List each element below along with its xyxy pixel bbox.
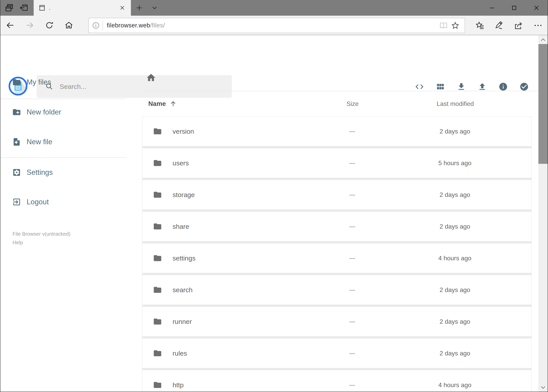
row-modified: 5 hours ago [425, 148, 484, 178]
tab-preview-button[interactable] [3, 0, 15, 16]
browser-window: . [0, 0, 548, 392]
browser-tab[interactable]: . [34, 0, 131, 16]
row-size: — [333, 275, 372, 305]
tab-preview-icon [5, 3, 14, 13]
tab-close-button[interactable] [118, 4, 126, 12]
address-bar-actions [438, 20, 461, 31]
column-header-size[interactable]: Size [333, 99, 372, 109]
sidebar-divider [0, 157, 127, 158]
row-name: version [173, 117, 194, 146]
browser-scrollbar[interactable] [538, 35, 548, 392]
forward-button[interactable] [20, 16, 40, 35]
column-header-modified[interactable]: Last modified [426, 99, 485, 109]
breadcrumb-home-button[interactable] [146, 72, 157, 83]
scroll-down-button[interactable] [538, 383, 548, 391]
row-modified: 2 days ago [425, 180, 484, 210]
reading-view-button[interactable] [438, 20, 449, 31]
file-row[interactable]: version — 2 days ago [142, 116, 532, 146]
file-row[interactable]: runner — 2 days ago [142, 307, 532, 337]
refresh-icon [45, 21, 54, 29]
folder-icon [153, 180, 162, 210]
favorite-star-button[interactable] [449, 20, 461, 31]
row-size: — [333, 244, 372, 273]
file-row[interactable]: storage — 2 days ago [142, 180, 532, 210]
pen-icon [494, 21, 504, 30]
row-name: users [173, 148, 189, 178]
chevron-down-icon [151, 5, 158, 11]
folder-icon [153, 244, 162, 273]
maximize-button[interactable] [503, 0, 525, 16]
scroll-up-button[interactable] [538, 36, 548, 44]
plus-icon [136, 4, 143, 11]
sidebar-item-my-files[interactable]: My files [0, 75, 128, 90]
column-header-name[interactable]: Name [148, 99, 177, 109]
sidebar-divider [0, 99, 127, 99]
address-separator [103, 20, 103, 30]
back-arrow-icon [6, 21, 15, 30]
sidebar-footer: File Browser v(untracked) Help [13, 230, 70, 247]
row-size: — [333, 148, 372, 178]
file-row[interactable]: http — 4 hours ago [142, 370, 532, 392]
row-name: rules [173, 339, 187, 368]
folder-icon [153, 370, 162, 392]
favorites-hub-button[interactable] [474, 20, 486, 31]
home-button[interactable] [59, 16, 79, 35]
row-size: — [333, 370, 372, 392]
new-tab-button[interactable] [133, 0, 145, 16]
file-row[interactable]: users — 5 hours ago [142, 148, 532, 178]
annotate-pen-button[interactable] [493, 20, 505, 31]
sidebar-item-new-folder[interactable]: New folder [0, 105, 128, 119]
row-size: — [333, 180, 372, 210]
maximize-icon [511, 4, 518, 11]
file-listing-area: Name Size Last modified version — 2 days… [142, 68, 539, 392]
home-icon [64, 21, 73, 30]
file-row[interactable]: share — 2 days ago [142, 211, 532, 242]
folder-icon [153, 275, 162, 305]
share-icon [513, 21, 523, 30]
browser-navbar: filebrowser.web/files/ [0, 16, 548, 35]
sidebar-item-label: New file [27, 138, 52, 146]
minimize-button[interactable] [481, 0, 503, 16]
set-tabs-aside-icon [19, 3, 28, 13]
file-list: version — 2 days ago users — 5 hours ago… [142, 116, 532, 392]
row-modified: 2 days ago [425, 212, 484, 241]
row-size: — [333, 212, 372, 241]
scroll-up-chevron-icon [540, 37, 547, 43]
share-button[interactable] [513, 20, 524, 31]
address-bar[interactable]: filebrowser.web/files/ [88, 18, 465, 33]
column-headers: Name Size Last modified [142, 99, 539, 109]
folder-plus-icon [12, 108, 21, 117]
scroll-down-chevron-icon [540, 384, 547, 391]
row-modified: 4 hours ago [425, 370, 484, 392]
sort-ascending-arrow-icon [169, 100, 177, 107]
scrollbar-thumb[interactable] [538, 44, 548, 164]
star-icon [451, 21, 460, 30]
reading-view-book-icon [439, 21, 448, 30]
folder-icon [153, 117, 162, 146]
tab-list-dropdown-button[interactable] [149, 0, 160, 16]
close-window-button[interactable] [525, 0, 548, 16]
window-controls [481, 0, 548, 16]
url-path: /files/ [150, 22, 165, 29]
forward-arrow-icon [25, 21, 34, 30]
row-name: http [173, 370, 184, 392]
refresh-button[interactable] [40, 16, 59, 35]
row-size: — [333, 117, 372, 146]
set-tabs-aside-button[interactable] [18, 0, 30, 16]
more-dots-icon [533, 21, 543, 30]
back-button[interactable] [0, 16, 20, 35]
file-row[interactable]: settings — 4 hours ago [142, 243, 532, 273]
file-row[interactable]: rules — 2 days ago [142, 338, 532, 368]
sidebar-item-settings[interactable]: Settings [0, 165, 128, 180]
file-row[interactable]: search — 2 days ago [142, 275, 532, 305]
url-text[interactable]: filebrowser.web/files/ [107, 22, 438, 29]
close-window-icon [533, 4, 540, 12]
column-name-label: Name [148, 100, 166, 107]
sidebar-item-new-file[interactable]: New file [0, 134, 128, 149]
row-modified: 4 hours ago [425, 244, 484, 273]
sidebar-item-logout[interactable]: Logout [0, 195, 128, 210]
help-link[interactable]: Help [13, 238, 70, 247]
site-info-button[interactable] [91, 21, 100, 30]
folder-icon [12, 78, 21, 87]
more-menu-button[interactable] [532, 20, 544, 31]
